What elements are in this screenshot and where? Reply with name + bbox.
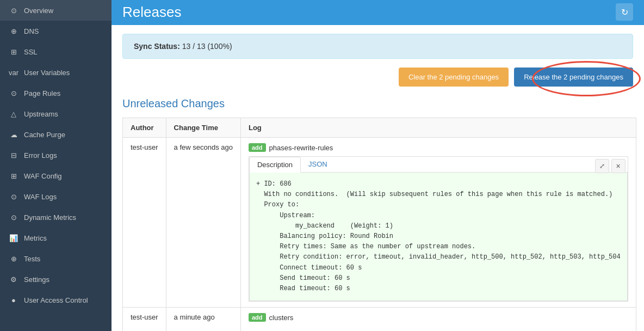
sidebar-item-label-metrics: Metrics [24, 234, 47, 242]
log-content: + ID: 686 With no conditions. (Will skip… [249, 173, 628, 301]
tab-description[interactable]: Description [249, 157, 301, 173]
log-entry-header: addphases-rewrite-rules [249, 143, 628, 152]
sidebar-item-label-cache-purge: Cache Purge [24, 131, 65, 139]
sync-status-bar: Sync Status: 13 / 13 (100%) [122, 34, 633, 59]
col-header-change-time: Change Time [166, 118, 240, 138]
sidebar-item-dynamic-metrics[interactable]: ⊙ Dynamic Metrics [0, 207, 112, 228]
sidebar-item-dns[interactable]: ⊕ DNS [0, 21, 112, 41]
col-header-author: Author [123, 118, 166, 138]
error-logs-icon: ⊟ [9, 150, 18, 160]
upstreams-icon: △ [9, 109, 18, 119]
sidebar-item-metrics[interactable]: 📊 Metrics [0, 228, 112, 248]
log-name: phases-rewrite-rules [269, 144, 333, 152]
cell-log: addphases-rewrite-rulesDescriptionJSON⤢×… [240, 138, 636, 308]
sidebar-item-page-rules[interactable]: ⊙ Page Rules [0, 83, 112, 103]
ssl-icon: ⊞ [9, 47, 18, 57]
sidebar-item-label-user-variables: User Variables [24, 69, 70, 77]
tab-json[interactable]: JSON [301, 157, 335, 172]
cache-purge-icon: ☁ [9, 130, 18, 139]
dns-icon: ⊕ [9, 26, 18, 36]
sidebar-item-label-dynamic-metrics: Dynamic Metrics [24, 213, 76, 222]
sidebar-item-label-tests: Tests [24, 255, 40, 263]
col-header-log: Log [240, 118, 636, 138]
action-buttons: Clear the 2 pending changes Release the … [122, 68, 633, 87]
sidebar-item-label-upstreams: Upstreams [24, 110, 58, 118]
log-name: clusters [269, 314, 294, 322]
sidebar-item-waf-logs[interactable]: ⊙ WAF Logs [0, 186, 112, 207]
close-icon-button[interactable]: × [611, 159, 626, 173]
header-action-button[interactable]: ↻ [616, 3, 633, 21]
clear-pending-button[interactable]: Clear the 2 pending changes [399, 68, 509, 87]
sidebar-item-ssl[interactable]: ⊞ SSL [0, 41, 112, 62]
sidebar-item-tests[interactable]: ⊕ Tests [0, 248, 112, 269]
user-variables-icon: var [9, 68, 18, 77]
content-area: Sync Status: 13 / 13 (100%) Clear the 2 … [112, 25, 644, 331]
sidebar-item-label-page-rules: Page Rules [24, 89, 60, 97]
log-badge-add: add [249, 143, 266, 152]
sidebar-item-label-waf-config: WAF Config [24, 172, 62, 180]
expand-icon-button[interactable]: ⤢ [595, 159, 609, 173]
metrics-icon: 📊 [9, 233, 18, 243]
sync-status-label: Sync Status: [134, 42, 180, 51]
sidebar-item-waf-config[interactable]: ⊞ WAF Config [0, 166, 112, 186]
main-content: Releases ↻ Sync Status: 13 / 13 (100%) C… [112, 0, 644, 331]
sidebar-item-label-error-logs: Error Logs [24, 151, 57, 160]
cell-author: test-user [123, 308, 166, 331]
table-row: test-usera few seconds agoaddphases-rewr… [123, 138, 636, 308]
settings-icon: ⚙ [9, 274, 18, 284]
sidebar-item-label-dns: DNS [24, 27, 39, 35]
dynamic-metrics-icon: ⊙ [9, 212, 18, 222]
log-badge-add: add [249, 313, 266, 322]
table-row: test-usera minute agoaddclusters [123, 308, 636, 331]
log-entry-header: addclusters [249, 313, 628, 322]
section-title: Unreleased Changes [122, 97, 633, 110]
waf-logs-icon: ⊙ [9, 192, 18, 201]
sidebar-item-overview[interactable]: ⊙ Overview [0, 0, 112, 21]
cell-author: test-user [123, 138, 166, 308]
sidebar-item-settings[interactable]: ⚙ Settings [0, 269, 112, 290]
page-title: Releases [122, 4, 181, 21]
sync-status-value: 13 / 13 (100%) [182, 42, 232, 51]
waf-config-icon: ⊞ [9, 171, 18, 181]
sidebar-item-label-waf-logs: WAF Logs [24, 193, 57, 201]
log-wrapper: DescriptionJSON⤢×+ ID: 686 With no condi… [249, 156, 628, 302]
sidebar-item-label-ssl: SSL [24, 48, 38, 56]
cell-log: addclusters [240, 308, 636, 331]
sidebar-item-label-settings: Settings [24, 275, 49, 284]
sidebar-item-upstreams[interactable]: △ Upstreams [0, 103, 112, 124]
table-header-row: Author Change Time Log [123, 118, 636, 138]
release-pending-button[interactable]: Release the 2 pending changes [514, 68, 633, 87]
tests-icon: ⊕ [9, 254, 18, 263]
sidebar-item-cache-purge[interactable]: ☁ Cache Purge [0, 124, 112, 145]
sidebar-item-error-logs[interactable]: ⊟ Error Logs [0, 145, 112, 166]
sidebar-item-user-variables[interactable]: var User Variables [0, 62, 112, 83]
sidebar-item-label-user-access-control: User Access Control [24, 296, 88, 304]
sidebar: ⊙ Overview ⊕ DNS ⊞ SSL var User Variable… [0, 0, 112, 331]
cell-change-time: a minute ago [166, 308, 240, 331]
sidebar-item-user-access-control[interactable]: ● User Access Control [0, 290, 112, 310]
overview-icon: ⊙ [9, 5, 18, 15]
cell-change-time: a few seconds ago [166, 138, 240, 308]
log-tabs: DescriptionJSON⤢× [249, 157, 628, 173]
changes-table: Author Change Time Log test-usera few se… [122, 118, 636, 331]
user-access-control-icon: ● [9, 295, 18, 305]
sidebar-item-label-overview: Overview [24, 7, 53, 15]
page-header: Releases ↻ [112, 0, 644, 25]
page-rules-icon: ⊙ [9, 88, 18, 98]
